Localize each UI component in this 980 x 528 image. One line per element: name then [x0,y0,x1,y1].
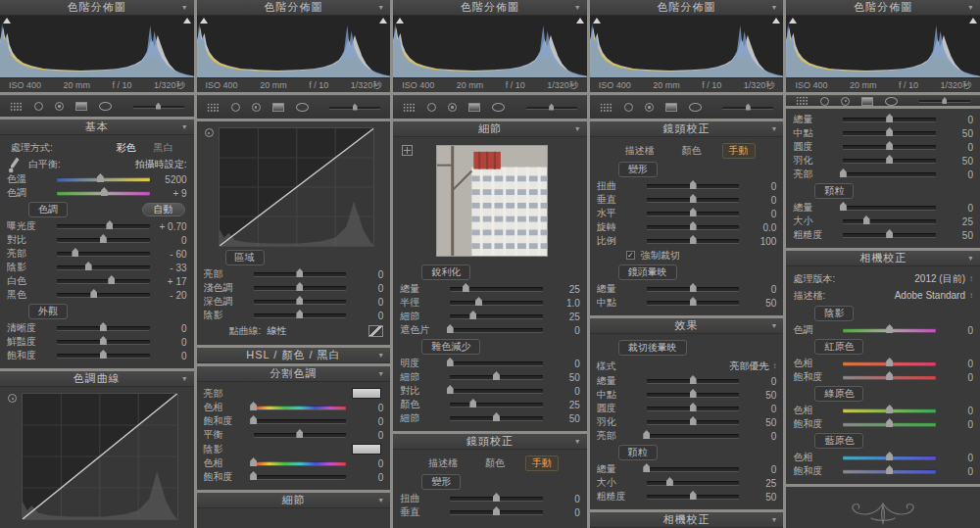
crop-overlay-tool-icon[interactable] [600,103,612,113]
slider-track[interactable] [843,361,936,365]
dropdown-value[interactable]: Adobe Standard↕ [895,290,973,301]
crop-overlay-tool-icon[interactable] [207,103,220,113]
slider-thumb[interactable] [447,385,454,394]
slider-thumb[interactable] [886,371,893,380]
panel-collapse-icon[interactable]: ▼ [574,4,582,11]
highlight-clipping-indicator-icon[interactable] [183,18,191,24]
slider-track[interactable] [843,328,936,332]
crop-overlay-tool-icon[interactable] [796,96,808,106]
slider-thumb[interactable] [100,350,107,359]
slider-track[interactable] [57,191,150,195]
panel-header[interactable]: 色階分佈圖▼ [393,0,587,16]
panel-collapse-icon[interactable]: ▼ [574,438,582,445]
slider-track[interactable] [647,287,740,291]
slider-track[interactable] [647,393,740,397]
panel-collapse-icon[interactable]: ▼ [770,322,778,329]
slider-thumb[interactable] [690,235,697,244]
slider-thumb[interactable] [296,296,303,305]
panel-header[interactable]: 色階分佈圖▼ [197,0,391,16]
slider-thumb[interactable] [886,358,893,366]
slider-thumb[interactable] [469,311,476,319]
radial-filter-tool-icon[interactable] [492,103,505,112]
slider-track[interactable] [647,212,740,216]
slider-track[interactable] [843,408,936,412]
slider-track[interactable] [57,354,150,358]
slider-track[interactable] [450,497,543,501]
slider-track[interactable] [843,422,936,426]
slider-thumb[interactable] [643,430,650,439]
panel-header[interactable]: 細節▼ [393,121,587,137]
graduated-filter-tool-icon[interactable] [861,97,873,106]
slider-track[interactable] [647,239,740,243]
edit-point-curve-button[interactable] [368,325,383,337]
slider-track[interactable] [843,375,936,379]
slider-track[interactable] [647,379,740,383]
slider-thumb[interactable] [493,506,500,515]
slider-thumb[interactable] [863,216,870,224]
slider-thumb[interactable] [886,155,893,164]
slider-thumb[interactable] [108,275,115,284]
slider-thumb[interactable] [690,221,697,230]
slider-track[interactable] [647,481,740,485]
slider-track[interactable] [843,172,936,176]
slider-track[interactable] [843,118,936,121]
slider-track[interactable] [57,326,150,330]
slider-thumb[interactable] [886,418,893,427]
slider-track[interactable] [450,403,543,407]
slider-thumb[interactable] [690,389,697,398]
slider-thumb[interactable] [90,289,97,298]
histogram-display[interactable] [393,16,587,78]
panel-collapse-icon[interactable]: ▼ [770,4,778,11]
toolstrip-slider[interactable] [919,100,970,102]
slider-thumb[interactable] [886,229,893,238]
slider-track[interactable] [843,456,936,459]
slider-thumb[interactable] [469,399,476,408]
slider-thumb[interactable] [690,491,697,500]
slider-thumb[interactable] [690,416,697,425]
slider-track[interactable] [647,301,740,305]
slider-thumb[interactable] [447,324,454,333]
dropdown-value[interactable]: 2012 (目前)↕ [914,272,973,286]
slider-thumb[interactable] [886,141,893,150]
crop-overlay-tool-icon[interactable] [403,103,416,113]
panel-header[interactable]: HSL / 顏色 / 黑白▼ [197,348,391,363]
spot-removal-tool-icon[interactable] [624,103,633,112]
histogram-display[interactable] [590,16,784,78]
highlight-clipping-indicator-icon[interactable] [576,18,584,24]
red-eye-tool-icon[interactable] [645,103,654,112]
toolstrip-slider-thumb[interactable] [353,104,358,111]
slider-thumb[interactable] [690,297,697,306]
spot-removal-tool-icon[interactable] [820,97,829,106]
slider-thumb[interactable] [690,375,697,384]
slider-thumb[interactable] [296,310,303,318]
slider-track[interactable] [254,300,347,304]
slider-thumb[interactable] [85,262,92,270]
constrain-crop-checkbox[interactable]: ✓ [626,251,635,260]
slider-track[interactable] [450,314,543,318]
slider-track[interactable] [647,420,740,424]
red-eye-tool-icon[interactable] [55,102,64,111]
slider-thumb[interactable] [690,180,697,189]
panel-header[interactable]: 色階分佈圖▼ [0,0,194,16]
slider-track[interactable] [254,461,347,465]
slider-track[interactable] [843,206,936,210]
slider-thumb[interactable] [886,452,893,460]
graduated-filter-tool-icon[interactable] [75,102,87,111]
slider-thumb[interactable] [250,415,257,424]
slider-thumb[interactable] [840,202,847,211]
tab-color[interactable]: 顏色 [675,143,709,159]
slider-thumb[interactable] [886,465,893,474]
panel-collapse-icon[interactable]: ▼ [377,497,385,504]
slider-track[interactable] [254,406,347,409]
tone-curve-display[interactable] [22,393,178,520]
slider-track[interactable] [843,145,936,149]
panel-collapse-icon[interactable]: ▼ [967,4,975,11]
radial-filter-tool-icon[interactable] [885,97,898,106]
slider-thumb[interactable] [690,283,697,292]
slider-track[interactable] [254,419,347,423]
spot-removal-tool-icon[interactable] [427,103,436,112]
graduated-filter-tool-icon[interactable] [665,103,677,112]
slider-thumb[interactable] [886,405,893,413]
slider-thumb[interactable] [886,324,893,333]
slider-track[interactable] [450,510,543,514]
